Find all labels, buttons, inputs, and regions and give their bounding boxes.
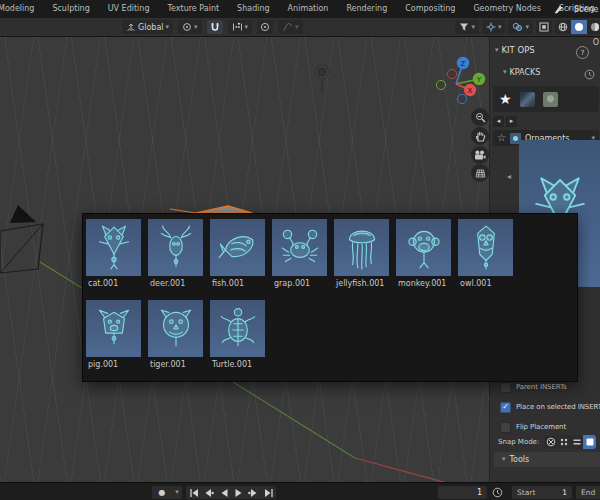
- tools-title: Tools: [510, 455, 530, 464]
- option-label: Place on selected INSERT: [516, 403, 600, 411]
- favorites-filter-button[interactable]: ★: [499, 92, 512, 106]
- proportional-editing-icon: [260, 22, 270, 32]
- frame-end-field[interactable]: End: [576, 486, 600, 499]
- insert-item-grap.001[interactable]: grap.001: [272, 219, 327, 288]
- next-keyframe-button[interactable]: [246, 486, 261, 499]
- object-visibility-dropdown[interactable]: ▾: [455, 20, 479, 34]
- zoom-button[interactable]: [471, 108, 489, 126]
- insert-item-deer.001[interactable]: deer.001: [148, 219, 203, 288]
- pig-ornament-thumbnail[interactable]: [86, 300, 141, 357]
- option-parent-inserts[interactable]: Parent INSERTs: [500, 381, 567, 393]
- favorite-star-icon[interactable]: ☆: [497, 133, 506, 143]
- snap-edge-icon: [572, 437, 582, 447]
- workspace-tab-texture-paint[interactable]: Texture Paint: [158, 0, 228, 18]
- workspace-tab-rendering[interactable]: Rendering: [337, 0, 396, 18]
- shading-wireframe-button[interactable]: [555, 20, 571, 34]
- shading-material-button[interactable]: [587, 20, 600, 34]
- camera-view-button[interactable]: [471, 146, 489, 164]
- shading-solid-button[interactable]: [571, 20, 587, 34]
- kpacks-header[interactable]: ▾ KPACKS: [503, 68, 540, 77]
- workspace-tab-shading[interactable]: Shading: [228, 0, 279, 18]
- overlays-icon: [512, 22, 523, 32]
- proportional-editing-toggle[interactable]: [257, 20, 273, 34]
- tiger-ornament-thumbnail[interactable]: [148, 300, 203, 357]
- transform-orientation-dropdown[interactable]: Global ▾: [122, 20, 173, 34]
- snap-mode-none-button[interactable]: [544, 435, 557, 449]
- kpack-thumbnail[interactable]: [543, 92, 558, 107]
- previous-page-button[interactable]: ◂: [493, 116, 504, 127]
- workspace-tab-modeling[interactable]: Modeling: [0, 0, 43, 18]
- insert-item-jellyfish.001[interactable]: jellyfish.001: [334, 219, 389, 288]
- svg-text:X: X: [468, 87, 473, 95]
- snap-toggle[interactable]: [207, 20, 223, 34]
- insert-item-pig.001[interactable]: pig.001: [86, 300, 141, 369]
- insert-item-owl.001[interactable]: owl.001: [458, 219, 513, 288]
- flip-placement-checkbox[interactable]: [500, 422, 511, 433]
- snap-mode-face-button[interactable]: [583, 435, 596, 449]
- editor-type-icon[interactable]: [553, 4, 564, 15]
- jump-to-end-button[interactable]: [261, 486, 276, 499]
- parent-inserts-checkbox[interactable]: [500, 382, 511, 393]
- insert-label: pig.001: [86, 360, 141, 369]
- workspace-tab-compositing[interactable]: Compositing: [396, 0, 464, 18]
- insert-item-tiger.001[interactable]: tiger.001: [148, 300, 203, 369]
- insert-item-fish.001[interactable]: fish.001: [210, 219, 265, 288]
- deer-ornament-thumbnail[interactable]: [148, 219, 203, 276]
- workspace-tab-sculpting[interactable]: Sculpting: [43, 0, 98, 18]
- proportional-falloff-dropdown[interactable]: ▾: [278, 20, 303, 34]
- option-flip-placement[interactable]: Flip Placement: [500, 421, 566, 433]
- kpack-thumbnail[interactable]: [520, 92, 535, 107]
- xray-toggle[interactable]: [536, 20, 552, 34]
- workspace-tab-geometry-nodes[interactable]: Geometry Nodes: [464, 0, 549, 18]
- collapse-preview-arrow[interactable]: ◂: [507, 172, 511, 181]
- monkey-ornament-thumbnail[interactable]: [396, 219, 451, 276]
- turtle-ornament-thumbnail[interactable]: [210, 300, 265, 357]
- axis-neg-z: [457, 94, 466, 103]
- insert-item-monkey.001[interactable]: monkey.001: [396, 219, 451, 288]
- current-frame-field[interactable]: 1: [438, 486, 487, 499]
- snap-target-dropdown[interactable]: ▾: [228, 20, 253, 34]
- workspace-tabs: ModelingSculptingUV EditingTexture Paint…: [0, 0, 600, 18]
- kitops-header[interactable]: ▾ KIT OPS: [495, 45, 535, 55]
- chevron-down-icon: ▾: [194, 24, 198, 31]
- play-button[interactable]: [231, 486, 246, 499]
- option-label: Parent INSERTs: [516, 383, 567, 391]
- play-reverse-button[interactable]: [216, 486, 231, 499]
- pan-button[interactable]: [471, 127, 489, 145]
- jump-to-start-button[interactable]: [186, 486, 201, 499]
- crab-ornament-thumbnail[interactable]: [272, 219, 327, 276]
- perspective-toggle-button[interactable]: [471, 164, 489, 182]
- option-place-on-selected[interactable]: ✓ Place on selected INSERT: [500, 401, 600, 413]
- magnet-icon: [210, 22, 220, 33]
- record-button[interactable]: ●: [152, 486, 172, 499]
- workspace-tab-uv-editing[interactable]: UV Editing: [99, 0, 159, 18]
- show-gizmos-dropdown[interactable]: ▾: [482, 20, 506, 34]
- frame-start-field[interactable]: Start 1: [512, 486, 572, 499]
- tools-section-header[interactable]: ▾ Tools: [494, 452, 600, 467]
- chevron-down-icon[interactable]: ▾: [567, 6, 571, 13]
- fish-ornament-thumbnail[interactable]: [210, 219, 265, 276]
- previous-keyframe-button[interactable]: [201, 486, 216, 499]
- panel-category-tab[interactable]: O: [593, 38, 599, 47]
- chevron-down-icon[interactable]: ▾: [172, 486, 182, 499]
- insert-item-Turtle.001[interactable]: Turtle.001: [210, 300, 265, 369]
- navigation-gizmo[interactable]: Z Y X: [428, 46, 490, 108]
- next-page-button[interactable]: ▸: [506, 116, 517, 127]
- cat-ornament-thumbnail[interactable]: [86, 219, 141, 276]
- jellyfish-ornament-thumbnail[interactable]: [334, 219, 389, 276]
- chevron-down-icon: ▾: [525, 24, 529, 31]
- pivot-point-dropdown[interactable]: ▾: [178, 20, 202, 34]
- refresh-kpacks-button[interactable]: [584, 69, 595, 80]
- place-on-selected-checkbox[interactable]: ✓: [500, 402, 511, 413]
- snap-mode-edge-button[interactable]: [570, 435, 583, 449]
- scene-name[interactable]: Scene: [574, 5, 600, 14]
- snap-mode-vertex-button[interactable]: [557, 435, 570, 449]
- owl-ornament-thumbnail[interactable]: [458, 219, 513, 276]
- snap-none-icon: [546, 437, 556, 447]
- show-overlays-dropdown[interactable]: ▾: [508, 20, 533, 34]
- workspace-tab-animation[interactable]: Animation: [279, 0, 338, 18]
- gizmos-icon: [486, 22, 496, 32]
- help-button[interactable]: ?: [576, 46, 589, 59]
- chevron-down-icon: ▾: [471, 24, 475, 31]
- insert-item-cat.001[interactable]: cat.001: [86, 219, 141, 288]
